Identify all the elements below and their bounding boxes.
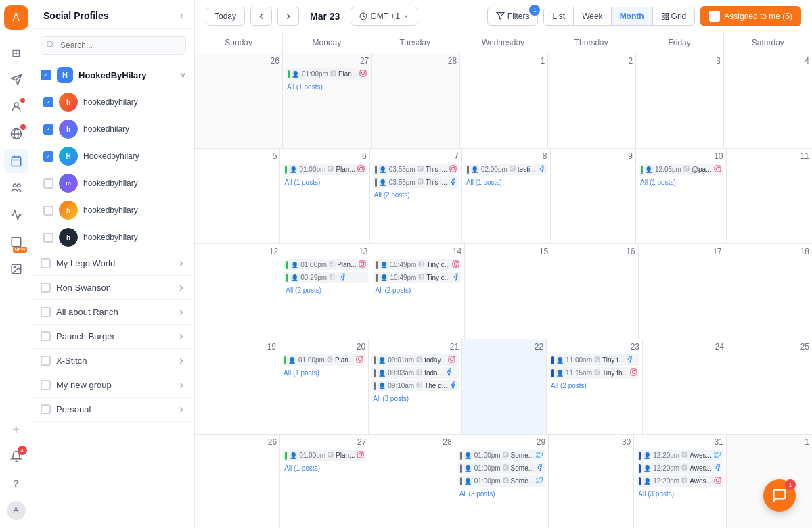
assigned-button[interactable]: ✓ Assigned to me (5)	[700, 6, 801, 26]
other-group-checkbox[interactable]	[41, 258, 51, 268]
team-icon[interactable]	[4, 176, 28, 200]
profile-item-3[interactable]: ✓ H Hookedbyhilary	[32, 143, 194, 170]
other-group-personal[interactable]: Personal	[32, 398, 194, 422]
next-button[interactable]	[277, 7, 299, 26]
other-group-my-new-group[interactable]: My new group	[32, 373, 194, 398]
event-0-1-0[interactable]: 👤 01:00pm Plan...	[286, 68, 369, 80]
cal-cell-3-6[interactable]: 25	[727, 339, 812, 434]
event-4-3-1[interactable]: 👤 01:00pm Some...	[458, 462, 545, 474]
cal-cell-4-4[interactable]: 30	[549, 435, 634, 528]
help-icon[interactable]: ?	[4, 471, 28, 496]
event-3-2-2[interactable]: 👤 09:10am The g...	[371, 380, 459, 391]
event-3-2-1[interactable]: 👤 09:03am toda...	[371, 367, 459, 379]
event-1-2-0[interactable]: 👤 03:55pm This i...	[373, 164, 459, 175]
all-posts-link[interactable]: All (2 posts)	[549, 381, 639, 390]
all-posts-link[interactable]: All (2 posts)	[284, 286, 367, 295]
all-posts-link[interactable]: All (3 posts)	[458, 489, 545, 498]
cal-cell-0-5[interactable]: 3	[636, 53, 724, 148]
cal-cell-1-2[interactable]: 7 👤 03:55pm This i... 👤 03:55pm This i..…	[370, 149, 462, 243]
cal-cell-1-5[interactable]: 10 👤 12:05pm @pa... All (1 posts)	[636, 149, 727, 243]
cal-cell-1-6[interactable]: 11	[727, 149, 812, 243]
cal-cell-0-0[interactable]: 26	[195, 53, 283, 148]
home-icon[interactable]: ⊞	[4, 41, 28, 65]
all-posts-link[interactable]: All (3 posts)	[637, 489, 723, 498]
profile-item-5[interactable]: h hookedbyhilary	[32, 197, 194, 224]
prev-button[interactable]	[250, 7, 272, 26]
sidebar-collapse-icon[interactable]: ‹	[180, 9, 183, 22]
event-4-5-0[interactable]: 👤 12:20pm Awes...	[637, 450, 723, 461]
add-icon[interactable]: +	[4, 417, 28, 441]
all-posts-link[interactable]: All (1 posts)	[283, 464, 366, 473]
cal-cell-0-6[interactable]: 4	[724, 53, 812, 148]
group-header-hooked[interactable]: ✓ H HookedByHilary ∨	[32, 62, 194, 89]
all-posts-link[interactable]: All (1 posts)	[283, 178, 366, 187]
cal-cell-2-0[interactable]: 12	[195, 244, 281, 339]
other-group-checkbox[interactable]	[41, 380, 51, 390]
cal-cell-1-1[interactable]: 6 👤 01:00pm Plan... All (1 posts)	[280, 149, 369, 243]
analytics-icon[interactable]	[4, 203, 28, 227]
other-group-my-lego-world[interactable]: My Lego World	[32, 251, 194, 276]
event-1-5-0[interactable]: 👤 12:05pm @pa...	[639, 164, 723, 175]
profile-check-4[interactable]	[43, 178, 53, 189]
list-view-btn[interactable]: List	[544, 7, 574, 25]
event-3-4-0[interactable]: 👤 11:00am Tiny t...	[549, 354, 639, 366]
group-checkbox-hooked[interactable]: ✓	[41, 70, 51, 80]
week-view-btn[interactable]: Week	[574, 7, 611, 25]
other-group-checkbox[interactable]	[41, 283, 51, 293]
event-4-3-0[interactable]: 👤 01:00pm Some...	[458, 450, 545, 461]
chat-button[interactable]: 1	[763, 479, 796, 512]
cal-cell-0-2[interactable]: 28	[372, 53, 460, 148]
media-icon[interactable]	[4, 257, 28, 281]
contacts-icon[interactable]	[4, 95, 28, 119]
event-2-2-1[interactable]: 👤 10:49pm Tiny c...	[374, 272, 462, 283]
cal-cell-2-4[interactable]: 16	[551, 244, 638, 339]
event-4-3-2[interactable]: 👤 01:00pm Some...	[458, 475, 545, 487]
user-avatar[interactable]: A	[4, 498, 28, 523]
event-4-5-2[interactable]: 👤 12:20pm Awes...	[637, 475, 723, 487]
profile-check-5[interactable]	[43, 206, 53, 216]
cal-cell-3-2[interactable]: 21 👤 09:01am today... 👤 09:03am toda...	[369, 339, 462, 434]
cal-cell-3-3[interactable]: 22	[462, 339, 547, 434]
search-input[interactable]	[41, 36, 186, 55]
event-4-1-0[interactable]: 👤 01:00pm Plan...	[283, 450, 366, 461]
filters-button[interactable]: Filters 1	[487, 7, 539, 26]
cal-cell-2-1[interactable]: 13 👤 01:00pm Plan... 👤 03:29pm All (2 po…	[281, 244, 371, 339]
cal-cell-2-2[interactable]: 14 👤 10:49pm Tiny c... 👤 10:49pm Tiny c.…	[371, 244, 466, 339]
send-icon[interactable]	[4, 68, 28, 92]
profile-check-6[interactable]	[43, 233, 53, 243]
brand-icon[interactable]: A	[4, 5, 28, 30]
cal-cell-0-1[interactable]: 27 👤 01:00pm Plan... All (1 posts)	[283, 53, 372, 148]
profile-item-6[interactable]: h hookedbyhilary	[32, 224, 194, 251]
event-4-5-1[interactable]: 👤 12:20pm Awes...	[637, 462, 723, 474]
all-posts-link[interactable]: All (1 posts)	[282, 368, 365, 377]
cal-cell-4-0[interactable]: 26	[195, 435, 280, 528]
event-3-2-0[interactable]: 👤 09:01am today...	[371, 354, 459, 366]
globe-icon[interactable]	[4, 122, 28, 146]
cal-cell-2-5[interactable]: 17	[639, 244, 725, 339]
cal-cell-2-3[interactable]: 15	[465, 244, 551, 339]
cal-cell-1-4[interactable]: 9	[551, 149, 636, 243]
profile-item-4[interactable]: in hookedbyhilary	[32, 170, 194, 197]
profile-item-2[interactable]: ✓ h hookedhilary	[32, 116, 194, 143]
cal-cell-4-2[interactable]: 28	[369, 435, 455, 528]
all-posts-link[interactable]: All (2 posts)	[373, 191, 459, 199]
profile-item-1[interactable]: ✓ h hookedbyhilary	[32, 89, 194, 116]
other-group-x-stitch[interactable]: X-Stitch	[32, 349, 194, 373]
profile-check-1[interactable]: ✓	[43, 97, 53, 107]
all-posts-link[interactable]: All (3 posts)	[371, 394, 459, 403]
calendar-icon[interactable]	[4, 149, 28, 173]
cal-cell-4-3[interactable]: 29 👤 01:00pm Some... 👤 01:00pm Some...	[455, 435, 549, 528]
cal-cell-1-3[interactable]: 8 👤 02:00pm testi... All (1 posts)	[462, 149, 551, 243]
event-1-2-1[interactable]: 👤 03:55pm This i...	[373, 176, 459, 188]
new-feature-icon[interactable]: NEW	[4, 230, 28, 254]
grid-view-btn[interactable]: Grid	[653, 7, 695, 25]
month-view-btn[interactable]: Month	[612, 7, 653, 25]
all-posts-link[interactable]: All (1 posts)	[465, 178, 547, 187]
other-group-all-about-ranch[interactable]: All about Ranch	[32, 300, 194, 325]
cal-cell-1-0[interactable]: 5	[195, 149, 280, 243]
event-2-2-0[interactable]: 👤 10:49pm Tiny c...	[374, 259, 462, 270]
other-group-checkbox[interactable]	[41, 331, 51, 341]
cal-cell-0-4[interactable]: 2	[548, 53, 636, 148]
all-posts-link[interactable]: All (1 posts)	[286, 82, 369, 91]
cal-cell-3-0[interactable]: 19	[195, 339, 279, 434]
